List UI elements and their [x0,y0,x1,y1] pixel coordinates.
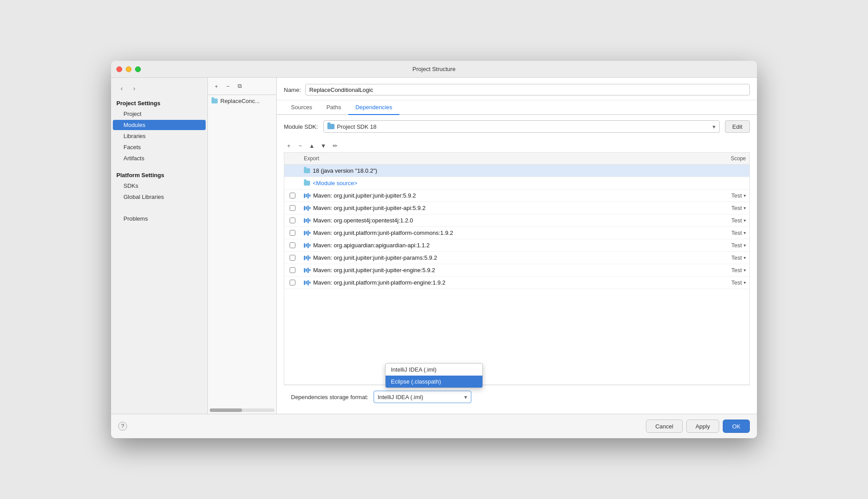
close-button[interactable] [116,66,122,72]
window-title: Project Structure [413,66,456,72]
cancel-button[interactable]: Cancel [646,420,682,433]
project-structure-window: Project Structure ‹ › Project Settings P… [111,61,757,438]
storage-format-value: IntelliJ IDEA (.iml) [378,394,423,400]
dropdown-option-intellij[interactable]: IntelliJ IDEA (.iml) [386,364,482,376]
sdk-folder-icon [327,124,334,129]
table-row[interactable]: Maven: org.junit.jupiter:junit-jupiter:5… [284,190,749,202]
scope-arrow-icon[interactable]: ▾ [744,280,746,285]
storage-format-dropdown[interactable]: IntelliJ IDEA (.iml) ▾ [374,391,471,403]
row-check-cell[interactable] [284,228,300,238]
lib-icon [304,255,311,261]
move-up-button[interactable]: ▲ [307,141,317,150]
back-button[interactable]: ‹ [116,83,127,94]
apply-button[interactable]: Apply [686,420,720,433]
sdk-edit-button[interactable]: Edit [725,120,750,133]
table-row[interactable]: Maven: org.junit.jupiter:junit-jupiter-a… [284,202,749,214]
tab-sources[interactable]: Sources [284,100,319,115]
row-checkbox[interactable] [290,193,295,198]
sidebar-item-sdks[interactable]: SDKs [113,181,206,191]
add-dep-button[interactable]: + [284,141,294,150]
ok-button[interactable]: OK [723,420,750,433]
scope-arrow-icon[interactable]: ▾ [744,230,746,235]
row-name-cell: <Module source> [300,178,696,188]
table-row[interactable]: <Module source> [284,177,749,190]
maximize-button[interactable] [135,66,141,72]
sidebar-item-artifacts[interactable]: Artifacts [113,153,206,163]
sidebar-item-facets[interactable]: Facets [113,142,206,152]
col-check-header [284,153,300,164]
copy-module-button[interactable]: ⧉ [235,81,244,91]
name-input[interactable] [305,84,750,95]
sdk-dropdown[interactable]: Project SDK 18 ▾ [323,120,720,133]
sdk-value: Project SDK 18 [337,123,377,130]
row-check-cell[interactable] [284,253,300,262]
scope-arrow-icon[interactable]: ▾ [744,193,746,198]
scope-arrow-icon[interactable]: ▾ [744,268,746,273]
table-row[interactable]: Maven: org.junit.platform:junit-platform… [284,277,749,289]
forward-button[interactable]: › [129,83,139,94]
table-row[interactable]: Maven: org.junit.platform:junit-platform… [284,227,749,239]
sidebar: ‹ › Project Settings Project Modules Lib… [111,78,208,414]
dependencies-content: Module SDK: Project SDK 18 ▾ Edit + − ▲ … [277,115,757,414]
lib-icon [304,206,311,211]
table-row[interactable]: 18 (java version "18.0.2") [284,165,749,177]
row-checkbox[interactable] [290,280,295,285]
module-panel: + − ⧉ ReplaceConc... [208,78,277,414]
lib-icon [304,280,311,285]
row-name-cell: Maven: org.opentest4j:opentest4j:1.2.0 [300,215,696,226]
row-scope-cell: Test ▾ [696,242,749,249]
col-export-header: Export [300,153,696,164]
table-row[interactable]: Maven: org.junit.jupiter:junit-jupiter-e… [284,264,749,277]
platform-settings-header: Platform Settings [111,169,207,180]
row-check-cell[interactable] [284,278,300,287]
sidebar-item-libraries[interactable]: Libraries [113,131,206,141]
table-row[interactable]: Maven: org.junit.jupiter:junit-jupiter-p… [284,252,749,264]
minimize-button[interactable] [126,66,131,72]
titlebar: Project Structure [111,61,757,78]
sidebar-item-modules[interactable]: Modules [113,120,206,130]
table-row[interactable]: Maven: org.apiguardian:apiguardian-api:1… [284,239,749,252]
row-check-cell[interactable] [284,203,300,213]
storage-dropdown-chevron-icon: ▾ [464,394,467,400]
move-down-button[interactable]: ▼ [319,141,328,150]
sidebar-item-global-libraries[interactable]: Global Libraries [113,192,206,202]
row-checkbox[interactable] [290,205,295,211]
scope-arrow-icon[interactable]: ▾ [744,243,746,248]
edit-dep-button[interactable]: ✏ [330,141,340,150]
remove-dep-button[interactable]: − [295,141,305,150]
sidebar-item-project[interactable]: Project [113,109,206,119]
row-checkbox[interactable] [290,242,295,248]
module-scrollbar[interactable] [210,408,275,412]
dropdown-option-eclipse[interactable]: Eclipse (.classpath) [386,376,482,388]
tab-paths[interactable]: Paths [319,100,348,115]
remove-module-button[interactable]: − [223,81,233,91]
scope-arrow-icon[interactable]: ▾ [744,255,746,260]
deps-table: Export Scope 18 (java version "18.0.2") [284,153,750,385]
row-check-cell[interactable] [284,191,300,200]
add-module-button[interactable]: + [211,81,221,91]
help-button[interactable]: ? [118,422,127,431]
row-checkbox[interactable] [290,230,295,236]
row-checkbox[interactable] [290,218,295,223]
module-toolbar: + − ⧉ [208,78,276,95]
tab-dependencies[interactable]: Dependencies [348,100,399,115]
sidebar-item-problems[interactable]: Problems [118,214,200,224]
lib-icon [304,268,311,273]
row-name-cell: Maven: org.apiguardian:apiguardian-api:1… [300,240,696,250]
scope-arrow-icon[interactable]: ▾ [744,218,746,223]
row-check-cell[interactable] [284,216,300,225]
lib-icon [304,218,311,223]
col-scope-header: Scope [696,153,749,164]
row-name-cell: 18 (java version "18.0.2") [300,166,696,176]
sidebar-nav: ‹ › [111,81,207,97]
row-checkbox[interactable] [290,255,295,261]
row-check-cell[interactable] [284,241,300,250]
module-scrollbar-thumb [210,408,242,412]
sdk-row-folder-icon [304,168,310,173]
module-item[interactable]: ReplaceConc... [208,95,276,107]
row-checkbox[interactable] [290,267,295,273]
scope-arrow-icon[interactable]: ▾ [744,206,746,210]
name-row: Name: [277,78,757,100]
table-row[interactable]: Maven: org.opentest4j:opentest4j:1.2.0 T… [284,214,749,227]
row-check-cell[interactable] [284,265,300,275]
